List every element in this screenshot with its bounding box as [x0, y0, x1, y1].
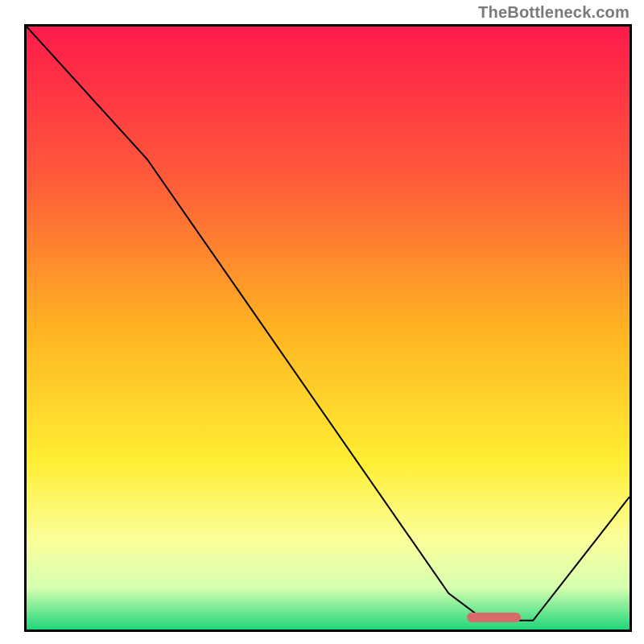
watermark-text: TheBottleneck.com	[478, 3, 630, 22]
chart-plot-area	[27, 27, 630, 630]
chart-gradient-background	[27, 27, 630, 630]
chart-frame	[24, 24, 632, 632]
optimal-range-marker	[467, 613, 521, 622]
svg-rect-0	[27, 27, 630, 630]
